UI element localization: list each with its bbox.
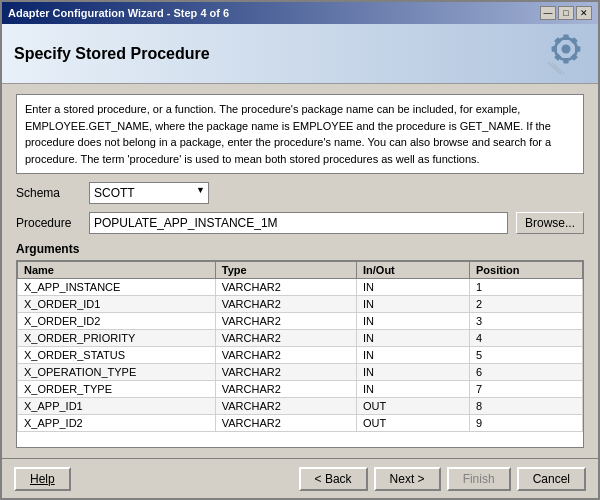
svg-rect-4	[551, 46, 556, 51]
cell-name: X_ORDER_STATUS	[18, 347, 216, 364]
table-row: X_ORDER_ID1VARCHAR2IN2	[18, 296, 583, 313]
arguments-label: Arguments	[16, 242, 584, 256]
cell-position: 5	[470, 347, 583, 364]
arguments-table: Name Type In/Out Position X_APP_INSTANCE…	[17, 261, 583, 432]
cell-name: X_APP_ID2	[18, 415, 216, 432]
main-window: Adapter Configuration Wizard - Step 4 of…	[0, 0, 600, 500]
cell-inout: IN	[357, 381, 470, 398]
cell-position: 8	[470, 398, 583, 415]
svg-rect-5	[575, 46, 580, 51]
cell-position: 1	[470, 279, 583, 296]
header-area: Specify Stored Procedure	[2, 24, 598, 84]
arguments-tbody: X_APP_INSTANCEVARCHAR2IN1X_ORDER_ID1VARC…	[18, 279, 583, 432]
page-title: Specify Stored Procedure	[14, 45, 210, 63]
col-header-position: Position	[470, 262, 583, 279]
cell-inout: OUT	[357, 415, 470, 432]
back-button[interactable]: < Back	[299, 467, 368, 491]
cell-inout: IN	[357, 313, 470, 330]
table-header-row: Name Type In/Out Position	[18, 262, 583, 279]
help-button[interactable]: Help	[14, 467, 71, 491]
cell-inout: IN	[357, 330, 470, 347]
next-button[interactable]: Next >	[374, 467, 441, 491]
schema-select-wrapper: SCOTT	[89, 182, 209, 204]
cell-inout: IN	[357, 364, 470, 381]
table-row: X_APP_INSTANCEVARCHAR2IN1	[18, 279, 583, 296]
cell-position: 7	[470, 381, 583, 398]
minimize-button[interactable]: —	[540, 6, 556, 20]
svg-line-10	[548, 63, 562, 75]
cell-position: 3	[470, 313, 583, 330]
cell-name: X_APP_INSTANCE	[18, 279, 216, 296]
title-bar-controls: — □ ✕	[540, 6, 592, 20]
schema-row: Schema SCOTT	[16, 182, 584, 204]
gear-icon	[536, 29, 586, 79]
svg-rect-3	[563, 58, 568, 63]
cell-position: 6	[470, 364, 583, 381]
cell-name: X_ORDER_ID2	[18, 313, 216, 330]
table-row: X_ORDER_ID2VARCHAR2IN3	[18, 313, 583, 330]
cell-position: 9	[470, 415, 583, 432]
cell-position: 2	[470, 296, 583, 313]
cell-name: X_OPERATION_TYPE	[18, 364, 216, 381]
title-bar: Adapter Configuration Wizard - Step 4 of…	[2, 2, 598, 24]
schema-label: Schema	[16, 186, 81, 200]
col-header-inout: In/Out	[357, 262, 470, 279]
table-row: X_ORDER_TYPEVARCHAR2IN7	[18, 381, 583, 398]
cell-type: VARCHAR2	[215, 313, 356, 330]
arguments-section: Arguments Name Type In/Out Position X_AP…	[16, 242, 584, 448]
cell-type: VARCHAR2	[215, 381, 356, 398]
arguments-table-container: Name Type In/Out Position X_APP_INSTANCE…	[16, 260, 584, 448]
schema-select[interactable]: SCOTT	[89, 182, 209, 204]
description-box: Enter a stored procedure, or a function.…	[16, 94, 584, 174]
svg-point-1	[561, 45, 570, 54]
cell-inout: IN	[357, 347, 470, 364]
cell-type: VARCHAR2	[215, 279, 356, 296]
finish-button[interactable]: Finish	[447, 467, 511, 491]
svg-rect-2	[563, 35, 568, 40]
cell-type: VARCHAR2	[215, 398, 356, 415]
cell-type: VARCHAR2	[215, 330, 356, 347]
cell-type: VARCHAR2	[215, 296, 356, 313]
col-header-name: Name	[18, 262, 216, 279]
table-row: X_APP_ID2VARCHAR2OUT9	[18, 415, 583, 432]
cell-name: X_APP_ID1	[18, 398, 216, 415]
cell-type: VARCHAR2	[215, 415, 356, 432]
procedure-input[interactable]	[89, 212, 508, 234]
col-header-type: Type	[215, 262, 356, 279]
procedure-label: Procedure	[16, 216, 81, 230]
content-area: Enter a stored procedure, or a function.…	[2, 84, 598, 458]
table-row: X_ORDER_PRIORITYVARCHAR2IN4	[18, 330, 583, 347]
table-row: X_OPERATION_TYPEVARCHAR2IN6	[18, 364, 583, 381]
table-row: X_APP_ID1VARCHAR2OUT8	[18, 398, 583, 415]
cell-inout: IN	[357, 279, 470, 296]
cell-name: X_ORDER_TYPE	[18, 381, 216, 398]
cell-type: VARCHAR2	[215, 364, 356, 381]
description-text: Enter a stored procedure, or a function.…	[25, 103, 551, 165]
close-button[interactable]: ✕	[576, 6, 592, 20]
browse-button[interactable]: Browse...	[516, 212, 584, 234]
footer-right: < Back Next > Finish Cancel	[299, 467, 586, 491]
footer-left: Help	[14, 467, 71, 491]
cell-name: X_ORDER_PRIORITY	[18, 330, 216, 347]
cancel-button[interactable]: Cancel	[517, 467, 586, 491]
maximize-button[interactable]: □	[558, 6, 574, 20]
footer: Help < Back Next > Finish Cancel	[2, 458, 598, 498]
cell-inout: IN	[357, 296, 470, 313]
procedure-row: Procedure Browse...	[16, 212, 584, 234]
cell-position: 4	[470, 330, 583, 347]
cell-inout: OUT	[357, 398, 470, 415]
window-title: Adapter Configuration Wizard - Step 4 of…	[8, 7, 229, 19]
cell-name: X_ORDER_ID1	[18, 296, 216, 313]
cell-type: VARCHAR2	[215, 347, 356, 364]
table-row: X_ORDER_STATUSVARCHAR2IN5	[18, 347, 583, 364]
